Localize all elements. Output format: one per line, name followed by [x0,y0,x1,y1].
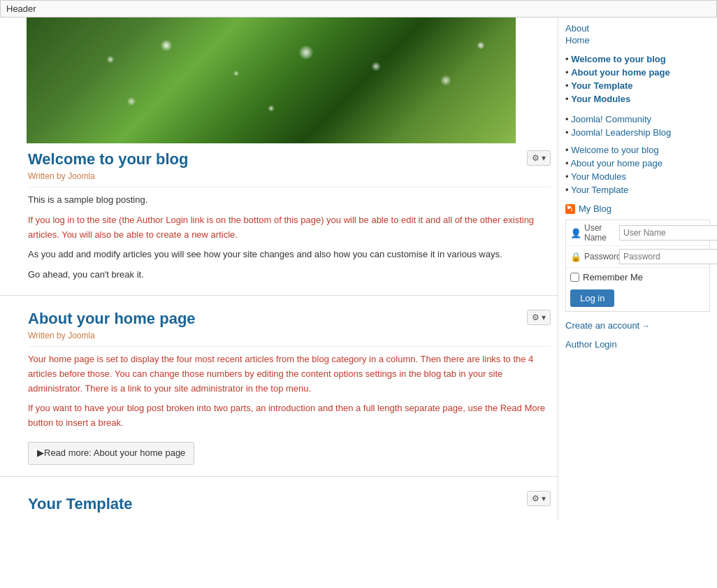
article-author-welcome: Written by Joomla [28,171,551,181]
article-divider-home [28,346,551,347]
sidebar-menu-link-modules[interactable]: Your Modules [571,94,630,104]
page-wrapper: Header Welcome to your blog ⚙ ▾ Written … [0,0,717,520]
sidebar-menu-link-template[interactable]: Your Template [571,80,632,91]
sidebar-nav-home[interactable]: Home [565,35,710,45]
article-gear-button-welcome[interactable]: ⚙ ▾ [527,150,551,166]
list-item: About your home page [565,157,710,170]
article-title-template[interactable]: Your Template [28,495,133,513]
list-item: About your home page [565,66,710,79]
article-header-template: Your Template ⚙ ▾ [28,491,551,513]
rss-icon [565,204,575,214]
sidebar-menu-link-homepage2[interactable]: About your home page [570,158,662,168]
list-item: Your Template [565,183,710,196]
remember-label: Remember Me [583,272,643,282]
article-title-welcome[interactable]: Welcome to your blog [28,150,188,168]
article-home-para-2: If you want to have your blog post broke… [28,401,551,431]
remember-checkbox[interactable] [570,273,579,282]
list-item: Your Modules [565,92,710,106]
username-row: 👤 User Name ? [566,220,709,246]
article-gear-button-home[interactable]: ⚙ ▾ [527,310,551,325]
article-author-home: Written by Joomla [28,331,551,340]
main-content: Welcome to your blog ⚙ ▾ Written by Joom… [0,17,558,520]
remember-row: Remember Me [566,268,709,287]
login-button[interactable]: Log in [570,289,614,307]
list-item: Joomla! Community [565,113,710,126]
sidebar-menu-link-community[interactable]: Joomla! Community [571,114,651,124]
article-template: Your Template ⚙ ▾ [0,484,558,513]
article-para-2: If you log in to the site (the Author Lo… [28,213,551,243]
author-login-row: Author Login [565,336,710,352]
sidebar-menu-link-homepage[interactable]: About your home page [571,67,670,78]
article-welcome: Welcome to your blog ⚙ ▾ Written by Joom… [0,143,558,296]
article-header-home: About your home page ⚙ ▾ [28,310,551,328]
username-label-text: User Name [584,223,619,243]
create-account-link[interactable]: Create an account → [565,320,650,331]
sidebar-nav-links: About Home [565,23,710,45]
password-label: 🔒 Password [570,252,619,262]
sidebar-rss-row: My Blog [565,203,710,214]
list-item: Your Template [565,79,710,92]
login-form: 👤 User Name ? 🔒 Password ? [565,220,710,312]
article-header: Welcome to your blog ⚙ ▾ [28,150,551,168]
main-layout: Welcome to your blog ⚙ ▾ Written by Joom… [0,17,717,520]
list-item: Welcome to your blog [565,52,710,66]
create-account-text: Create an account [565,320,639,331]
sidebar: About Home Welcome to your blog About yo… [558,17,717,520]
sidebar-menu-link-welcome2[interactable]: Welcome to your blog [571,145,659,155]
author-login-link[interactable]: Author Login [565,339,617,350]
sidebar-nav-about[interactable]: About [565,23,710,34]
header-bar: Header [0,0,717,17]
password-input[interactable] [619,249,717,264]
list-item: Your Modules [565,170,710,183]
article-body-home: Your home page is set to display the fou… [28,352,551,465]
read-more-arrow: ▶ [37,446,44,461]
sidebar-rss-link[interactable]: My Blog [579,203,611,214]
header-label: Header [6,3,36,14]
read-more-button[interactable]: ▶ Read more: About your home page [28,442,194,465]
username-input[interactable] [619,225,717,241]
password-label-text: Password [584,252,621,261]
user-icon: 👤 [570,228,581,238]
login-btn-row: Log in [566,287,709,311]
create-account-row: Create an account → [565,317,710,334]
username-label: 👤 User Name [570,223,619,243]
list-item: Welcome to your blog [565,143,710,157]
article-para-4: Go ahead, you can't break it. [28,268,551,282]
sidebar-menu-link-welcome[interactable]: Welcome to your blog [571,54,666,64]
hero-image [27,17,516,143]
sidebar-menu-link-leadership[interactable]: Joomla! Leadership Blog [571,127,671,138]
sidebar-menu-tertiary: Welcome to your blog About your home pag… [565,143,710,196]
arrow-right-icon: → [642,322,650,330]
password-row: 🔒 Password ? [566,246,709,268]
article-gear-button-template[interactable]: ⚙ ▾ [527,491,551,506]
sidebar-menu-primary: Welcome to your blog About your home pag… [565,52,710,106]
article-body-welcome: This is a sample blog posting. If you lo… [28,193,551,282]
article-para-1: This is a sample blog posting. [28,193,551,208]
article-home: About your home page ⚙ ▾ Written by Joom… [0,303,558,477]
article-divider [28,187,551,187]
read-more-text: Read more: About your home page [44,446,185,461]
article-home-para-1: Your home page is set to display the fou… [28,352,551,396]
list-item: Joomla! Leadership Blog [565,126,710,139]
article-title-home[interactable]: About your home page [28,310,196,328]
sidebar-menu-link-modules2[interactable]: Your Modules [571,171,626,182]
lock-icon: 🔒 [570,252,581,262]
sidebar-menu-secondary: Joomla! Community Joomla! Leadership Blo… [565,113,710,139]
article-para-3: As you add and modify articles you will … [28,248,551,262]
sidebar-menu-link-template2[interactable]: Your Template [571,185,628,195]
